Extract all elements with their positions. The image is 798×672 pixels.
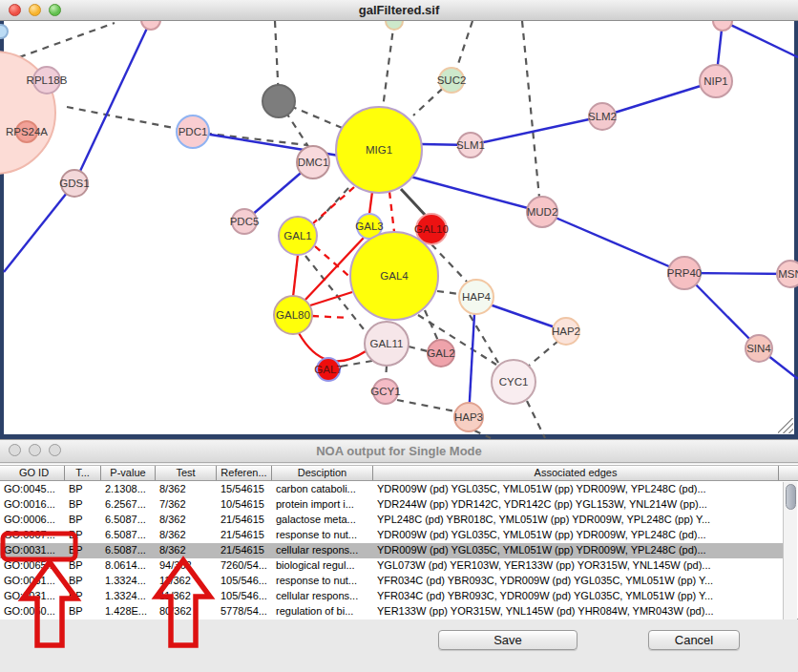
network-node-gal1[interactable]: GAL1 <box>279 217 317 255</box>
network-edge-dashed <box>386 366 387 380</box>
column-header-test[interactable]: Test <box>156 466 217 480</box>
network-node-nip1[interactable]: NIP1 <box>700 65 732 97</box>
network-edge-blue <box>410 177 542 212</box>
network-node-hap4[interactable]: HAP4 <box>459 280 494 314</box>
column-header-p-value[interactable]: P-value <box>101 466 156 480</box>
table-cell: 80/362 <box>156 604 217 620</box>
screen: RPL18BRPS24AGDS1PDC1PDC5DMC1MIG1SUC2SLM1… <box>0 0 798 672</box>
network-node-sin4[interactable]: SIN4 <box>746 335 772 362</box>
table-row[interactable]: GO:0031...BP1.3324...11/362105/546...res… <box>0 574 783 589</box>
network-edge-dashed <box>437 291 459 294</box>
table-cell: 15/54615 <box>217 482 272 497</box>
table-cell: GO:0031... <box>0 589 65 604</box>
column-header-referen[interactable]: Referen... <box>217 466 272 480</box>
network-edge-red <box>293 255 298 297</box>
node-label: RPL18B <box>27 74 68 86</box>
network-node-slm1[interactable]: SLM1 <box>456 133 485 158</box>
table-cell: GO:0045... <box>0 482 65 497</box>
scrollbar-thumb[interactable] <box>786 484 796 510</box>
column-header-associated-edges[interactable]: Associated edges <box>373 466 779 480</box>
network-node-mud2[interactable]: MUD2 <box>527 197 558 227</box>
table-row[interactable]: GO:0016...BP6.2567...7/36210/54615protei… <box>0 497 783 513</box>
resize-grip[interactable] <box>778 418 793 433</box>
node-label: GAL2 <box>427 347 454 359</box>
node-label: GAL3 <box>355 220 383 232</box>
table-row[interactable]: GO:0031...BP6.5087...8/36221/54615cellul… <box>0 543 783 558</box>
network-edge-dashed <box>67 107 193 132</box>
table-cell: 6.5087... <box>101 513 156 528</box>
table-cell: BP <box>65 574 101 589</box>
network-node-hap3[interactable]: HAP3 <box>454 403 483 431</box>
noa-window-titlebar[interactable]: NOA output for Single Mode <box>0 440 798 463</box>
table-cell: BP <box>65 604 101 620</box>
table-row[interactable]: GO:0007...BP6.5087...8/36221/54615respon… <box>0 528 783 543</box>
network-edge-red <box>369 192 372 214</box>
noa-output-window: NOA output for Single Mode GO IDT...P-va… <box>0 439 798 672</box>
table-cell: galactose meta... <box>272 513 373 528</box>
network-edge-dark <box>401 189 426 216</box>
node-label: HAP2 <box>552 326 580 337</box>
vertical-scrollbar[interactable] <box>783 482 797 620</box>
network-node-msn[interactable]: MSN <box>777 261 798 287</box>
table-cell: BP <box>65 528 101 543</box>
table-cell: 21/54615 <box>217 528 272 543</box>
network-node-gal80[interactable]: GAL80 <box>274 296 312 334</box>
node-label: GAL10 <box>414 223 449 235</box>
table-cell: BP <box>65 497 101 513</box>
table-cell: cellular respons... <box>272 543 373 558</box>
network-edge-blue <box>4 183 74 272</box>
network-node-gal4[interactable]: GAL4 <box>350 232 438 320</box>
node-label: PRP40 <box>667 267 702 279</box>
network-node-gal2[interactable]: GAL2 <box>427 340 454 367</box>
network-node-cyc1[interactable]: CYC1 <box>492 360 536 404</box>
network-node-gcy1[interactable]: GCY1 <box>370 379 400 404</box>
node-label: NIP1 <box>704 75 728 87</box>
table-body: GO:0045...BP2.1308...8/36215/54615carbon… <box>0 482 783 620</box>
column-header-desciption[interactable]: Desciption <box>272 466 373 480</box>
table-cell: 7260/54... <box>217 558 272 574</box>
network-node-prp40[interactable]: PRP40 <box>667 257 702 289</box>
network-edge-dashed <box>383 21 394 108</box>
table-cell: 1.3324... <box>101 589 156 604</box>
network-node-hap2[interactable]: HAP2 <box>552 318 580 345</box>
table-row[interactable]: GO:0065...BP8.0614...94/3627260/54...bio… <box>0 558 783 574</box>
table-cell: 8/362 <box>156 543 217 558</box>
results-table: GO IDT...P-valueTestReferen...Desciption… <box>0 464 798 620</box>
table-cell: 8/362 <box>156 482 217 497</box>
network-edge-dashed <box>425 310 438 341</box>
table-cell: 21/54615 <box>217 543 272 558</box>
table-cell: response to nut... <box>272 528 373 543</box>
node-label: MSN <box>778 268 798 280</box>
table-cell: BP <box>65 558 101 574</box>
network-node-corner-node[interactable] <box>0 25 8 38</box>
node-label: DMC1 <box>298 157 329 168</box>
network-node-gray-node[interactable] <box>262 85 295 117</box>
cancel-button[interactable]: Cancel <box>648 630 740 650</box>
node-label: GCY1 <box>370 386 400 397</box>
table-cell: 5778/54... <box>217 604 272 620</box>
network-node-gal11[interactable]: GAL11 <box>365 322 409 366</box>
network-edge-dashed <box>409 346 428 351</box>
table-cell: YFR034C (pd) YBR093C, YDR009W (pd) YGL03… <box>373 574 779 589</box>
node-label: SLM1 <box>456 139 485 151</box>
network-node-pdc1[interactable]: PDC1 <box>177 116 209 148</box>
table-cell: BP <box>65 543 101 558</box>
table-row[interactable]: GO:0050...BP1.428E...80/3625778/54...reg… <box>0 604 783 620</box>
network-node-mig1[interactable]: MIG1 <box>336 107 422 193</box>
network-window-titlebar[interactable]: galFiltered.sif <box>0 0 798 21</box>
network-node-slm2[interactable]: SLM2 <box>588 103 617 130</box>
table-cell: GO:0006... <box>0 513 65 528</box>
network-node-gds1[interactable]: GDS1 <box>59 170 89 197</box>
network-node-dmc1[interactable]: DMC1 <box>297 146 329 178</box>
table-cell: protein import i... <box>272 497 373 513</box>
table-row[interactable]: GO:0045...BP2.1308...8/36215/54615carbon… <box>0 482 783 497</box>
table-row[interactable]: GO:0031...BP1.3324...11/362105/546...cel… <box>0 589 783 604</box>
node-label: MUD2 <box>527 206 558 218</box>
save-button[interactable]: Save <box>438 630 578 650</box>
table-cell: biological regul... <box>272 558 373 574</box>
table-row[interactable]: GO:0006...BP6.5087...8/36221/54615galact… <box>0 513 783 528</box>
node-label: CYC1 <box>499 376 529 388</box>
table-cell: YFR034C (pd) YBR093C, YDR009W (pd) YGL03… <box>373 589 779 604</box>
column-header-go-id[interactable]: GO ID <box>0 466 65 480</box>
column-header-t[interactable]: T... <box>65 466 101 480</box>
